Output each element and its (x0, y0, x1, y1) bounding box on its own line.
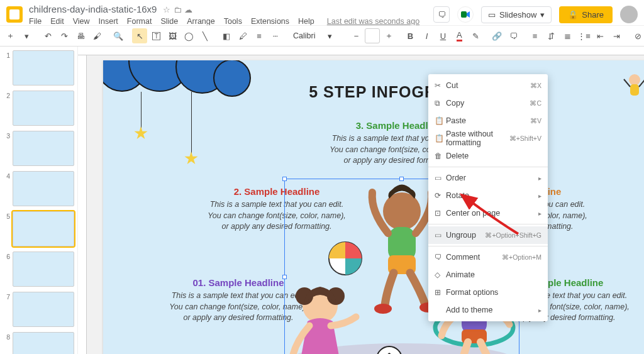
menu-format[interactable]: Format (127, 17, 152, 26)
image-tool[interactable]: 🖼 (165, 28, 180, 43)
line-spacing-button[interactable]: ⇵ (543, 28, 558, 43)
increase-font-button[interactable]: ＋ (381, 28, 396, 43)
star-icon[interactable]: ☆ (163, 5, 170, 14)
cloud-icon[interactable]: ☁ (184, 5, 192, 14)
ctx-format-options[interactable]: ⊞ Format options (428, 284, 548, 301)
document-title[interactable]: childrens-day-india-static-16x9 (29, 4, 157, 14)
menu-help[interactable]: Help (298, 17, 314, 26)
menu-bar: File Edit View Insert Format Slide Arran… (29, 17, 433, 26)
center-on-page-icon: ⊡ (435, 209, 446, 218)
slide-thumbnail-6[interactable] (13, 252, 74, 287)
chevron-right-icon: ▸ (538, 192, 541, 199)
move-icon[interactable]: 🗀 (174, 5, 182, 14)
text-color-button[interactable]: A (452, 28, 467, 43)
new-slide-button[interactable]: ＋ (3, 28, 18, 43)
slideshow-button[interactable]: ▭ Slideshow ▾ (481, 6, 552, 23)
ctx-rotate[interactable]: ⟳ Rotate ▸ (428, 187, 548, 204)
ctx-delete[interactable]: 🗑 Delete (428, 147, 548, 165)
undo-button[interactable]: ↶ (40, 28, 55, 43)
indent-dec-button[interactable]: ⇤ (592, 28, 608, 43)
comment-button[interactable]: 🗨 (506, 28, 521, 43)
border-color-button[interactable]: 🖊 (235, 28, 250, 43)
menu-slide[interactable]: Slide (160, 17, 178, 26)
select-tool[interactable]: ↖ (132, 28, 147, 43)
account-avatar[interactable] (620, 6, 638, 23)
thumb-number: 6 (3, 252, 10, 287)
ctx-order[interactable]: ▭ Order ▸ (428, 169, 548, 187)
list-button[interactable]: ≣ (560, 28, 575, 43)
bold-button[interactable]: B (402, 28, 418, 43)
slide-canvas[interactable]: 5 STEP INFOGRAPHIC 01. Sample Headline T… (103, 60, 644, 354)
slide-thumbnail-2[interactable] (13, 91, 74, 126)
last-edit-link[interactable]: Last edit was seconds ago (327, 17, 419, 26)
menu-file[interactable]: File (29, 17, 42, 26)
slide-thumbnail-7[interactable] (13, 292, 74, 327)
ctx-center-on-page[interactable]: ⊡ Center on page ▸ (428, 204, 548, 222)
zoom-button[interactable]: 🔍 (111, 28, 126, 43)
menu-extensions[interactable]: Extensions (251, 17, 289, 26)
border-dash-button[interactable]: ┄ (268, 28, 283, 43)
chevron-right-icon: ▸ (538, 175, 541, 182)
italic-button[interactable]: I (419, 28, 434, 43)
font-size-input[interactable] (365, 28, 380, 43)
link-button[interactable]: 🔗 (489, 28, 504, 43)
lock-icon: 🔒 (568, 10, 578, 19)
shape-tool[interactable]: ◯ (181, 28, 196, 43)
slides-logo[interactable] (6, 6, 23, 23)
order-icon: ▭ (435, 174, 446, 182)
thumb-number: 4 (3, 171, 10, 206)
bullet-list-button[interactable]: ⋮≡ (576, 28, 591, 43)
font-family-select[interactable]: Calibri ▾ (289, 29, 342, 43)
ctx-paste[interactable]: 📋 Paste ⌘V (428, 112, 548, 130)
ctx-copy[interactable]: ⧉ Copy ⌘C (428, 94, 548, 112)
slide-thumbnail-4[interactable] (13, 171, 74, 206)
ctx-animate[interactable]: ◇ Animate (428, 266, 548, 284)
ctx-label: Delete (446, 152, 541, 160)
line-tool[interactable]: ╲ (197, 28, 213, 43)
slide-thumbnail-3[interactable] (13, 131, 74, 166)
clear-format-button[interactable]: ⊘ (630, 28, 644, 43)
ctx-label: Paste without formatting (446, 130, 509, 147)
menu-tools[interactable]: Tools (224, 17, 242, 26)
menu-edit[interactable]: Edit (50, 17, 64, 26)
ctx-label: Center on page (446, 209, 538, 218)
thumb-number: 3 (3, 131, 10, 166)
ctx-label: Cut (446, 81, 530, 90)
chevron-right-icon: ▸ (538, 210, 541, 217)
ctx-cut[interactable]: ✂ Cut ⌘X (428, 77, 548, 94)
ctx-ungroup[interactable]: ▭ Ungroup ⌘+Option+Shift+G (428, 226, 548, 244)
ctx-comment[interactable]: 🗨 Comment ⌘+Option+M (428, 248, 548, 266)
highlight-button[interactable]: ✎ (468, 28, 483, 43)
redo-button[interactable]: ↷ (57, 28, 72, 43)
menu-view[interactable]: View (73, 17, 90, 26)
ctx-shortcut: ⌘+Shift+V (509, 135, 541, 142)
slide-thumbnail-8[interactable] (13, 332, 74, 354)
share-button[interactable]: 🔒 Share (559, 6, 613, 23)
ctx-paste-without-formatting[interactable]: 📋 Paste without formatting ⌘+Shift+V (428, 130, 548, 147)
vertical-ruler (78, 55, 87, 354)
meet-button[interactable] (457, 6, 474, 23)
ctx-add-to-theme[interactable]: Add to theme ▸ (428, 301, 548, 319)
menu-arrange[interactable]: Arrange (187, 17, 214, 26)
textbox-tool[interactable]: 🅃 (148, 28, 164, 43)
decrease-font-button[interactable]: − (348, 28, 364, 43)
context-menu[interactable]: ✂ Cut ⌘X ⧉ Copy ⌘C 📋 Paste ⌘V 📋 Paste wi… (428, 74, 548, 321)
ctx-label: Copy (446, 99, 530, 108)
paint-format-button[interactable]: 🖌 (89, 28, 104, 43)
align-button[interactable]: ≡ (527, 28, 542, 43)
indent-inc-button[interactable]: ⇥ (609, 28, 624, 43)
slide-thumbnail-panel[interactable]: 1 2 3 4 5 6 7 8 (0, 47, 78, 354)
border-weight-button[interactable]: ≡ (252, 28, 267, 43)
menu-insert[interactable]: Insert (99, 17, 118, 26)
chevron-down-icon[interactable]: ▾ (19, 28, 34, 43)
chevron-down-icon: ▾ (540, 10, 545, 19)
underline-button[interactable]: U (435, 28, 450, 43)
slide-thumbnail-1[interactable] (13, 50, 74, 86)
slide-thumbnail-5[interactable] (13, 211, 74, 246)
ctx-label: Format options (446, 288, 541, 297)
comment-history-button[interactable]: 🗨 (433, 6, 450, 23)
ungroup-icon: ▭ (435, 231, 446, 240)
animate-icon: ◇ (435, 270, 446, 279)
fill-color-button[interactable]: ◧ (219, 28, 234, 43)
print-button[interactable]: 🖶 (73, 28, 88, 43)
